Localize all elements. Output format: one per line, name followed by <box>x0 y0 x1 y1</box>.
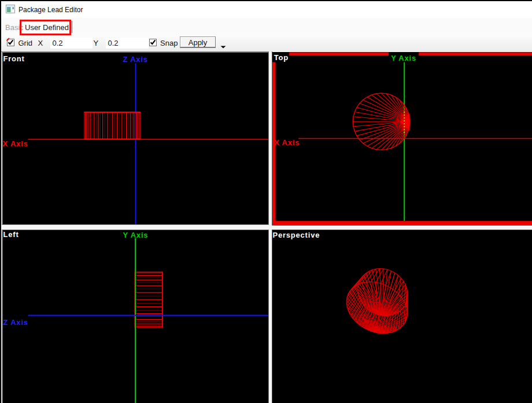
svg-text:Perspective: Perspective <box>272 231 320 239</box>
svg-text:X Axis: X Axis <box>274 138 300 147</box>
svg-text:Top: Top <box>274 54 288 62</box>
svg-text:Y Axis: Y Axis <box>123 231 148 239</box>
svg-text:Front: Front <box>3 54 24 62</box>
svg-text:Z Axis: Z Axis <box>123 54 147 63</box>
svg-text:Left: Left <box>3 230 19 239</box>
svg-text:X Axis: X Axis <box>3 139 28 148</box>
svg-text:Y Axis: Y Axis <box>391 54 416 63</box>
svg-text:Z Axis: Z Axis <box>3 318 28 327</box>
